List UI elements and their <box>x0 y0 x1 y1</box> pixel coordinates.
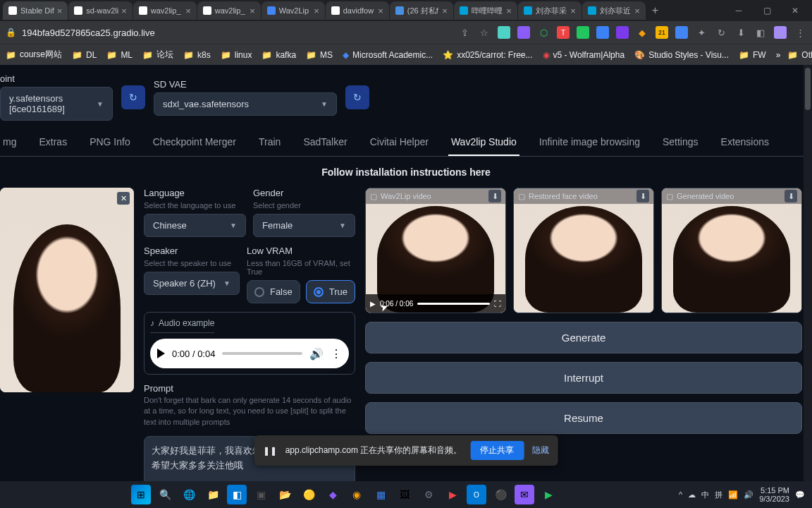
taskbar-app[interactable]: O <box>467 485 486 504</box>
taskbar-app[interactable]: 🌐 <box>179 485 199 504</box>
browser-tab[interactable]: wav2lip_× <box>197 1 261 20</box>
close-icon[interactable]: × <box>632 6 640 16</box>
tray-clock[interactable]: 5:15 PM 9/3/2023 <box>759 486 789 503</box>
resume-button[interactable]: Resume <box>365 402 802 434</box>
bookmark-item[interactable]: 📁FW <box>739 50 766 60</box>
extension-icon[interactable] <box>675 26 688 39</box>
browser-tab[interactable]: Wav2Lip× <box>262 1 325 20</box>
audio-player[interactable]: 0:00 / 0:04 🔊 ⋮ <box>150 339 349 368</box>
browser-tab[interactable]: wav2lip_× <box>133 1 197 20</box>
browser-tab[interactable]: (26 封私f× <box>390 1 453 20</box>
profile-icon[interactable]: L <box>774 26 787 39</box>
search-button[interactable]: 🔍 <box>155 485 175 504</box>
taskbar-app[interactable]: ◉ <box>347 485 367 504</box>
hide-share-button[interactable]: 隐藏 <box>532 445 549 456</box>
extension-icon[interactable]: ⬡ <box>537 26 550 39</box>
extension-icon[interactable]: ◆ <box>636 26 648 39</box>
extension-icon[interactable] <box>596 26 609 39</box>
bookmark-item[interactable]: ◉v5 - Wolfram|Alpha <box>543 50 625 60</box>
vae-select[interactable]: sdxl_vae.safetensors▼ <box>154 92 337 116</box>
tray-chevron-icon[interactable]: ^ <box>679 490 682 499</box>
source-image[interactable]: ✕ <box>0 188 134 392</box>
checkpoint-select[interactable]: y.safetensors [6ce0161689]▼ <box>0 87 113 121</box>
taskbar-app[interactable]: ▶ <box>443 485 462 504</box>
extension-icon[interactable] <box>498 26 510 39</box>
fullscreen-icon[interactable]: ⛶ <box>494 300 501 308</box>
browser-tab[interactable]: 刘亦菲采× <box>518 1 582 20</box>
close-icon[interactable]: × <box>311 6 319 16</box>
bookmark-item[interactable]: 📁linux <box>221 50 252 60</box>
tab-extras[interactable]: Extras <box>36 131 70 156</box>
extension-icon[interactable] <box>577 26 589 39</box>
download-icon[interactable]: ⬇ <box>734 26 747 39</box>
close-icon[interactable]: × <box>375 6 383 16</box>
tab-train[interactable]: Train <box>256 131 283 156</box>
tab-civitai[interactable]: Civitai Helper <box>367 131 431 156</box>
language-select[interactable]: Chinese▼ <box>144 214 246 237</box>
wav2lip-video[interactable]: ▢Wav2Lip video⬇ ▶0:06 / 0:06⛶ ➤ <box>365 188 506 313</box>
bookmark-item[interactable]: ◆Microsoft Academic... <box>343 50 433 60</box>
minimize-button[interactable]: ─ <box>725 0 753 21</box>
close-icon[interactable]: ✕ <box>117 192 130 205</box>
taskbar-app[interactable]: ▣ <box>251 485 271 504</box>
download-icon[interactable]: ⬇ <box>488 190 501 202</box>
taskbar-app[interactable]: ◆ <box>323 485 343 504</box>
bookmark-item[interactable]: 📁ML <box>106 50 133 60</box>
install-banner[interactable]: Follow installation instructions here <box>0 167 812 178</box>
history-icon[interactable]: ↻ <box>715 26 727 39</box>
interrupt-button[interactable]: Interrupt <box>365 362 802 394</box>
extension-icon[interactable] <box>517 26 530 39</box>
taskbar-app[interactable]: ▶ <box>539 485 558 504</box>
extension-badge[interactable]: 21 <box>656 26 668 39</box>
stop-share-button[interactable]: 停止共享 <box>470 441 524 460</box>
bookmark-item[interactable]: 📁course网站 <box>6 49 62 61</box>
taskbar-app[interactable]: ⚙ <box>419 485 438 504</box>
browser-tab[interactable]: 刘亦菲近× <box>582 1 646 20</box>
bookmark-item[interactable]: 📁论坛 <box>142 49 173 61</box>
scrollbar[interactable] <box>804 65 812 481</box>
extension-icon[interactable]: T <box>557 26 570 39</box>
tab-settings[interactable]: Settings <box>660 131 701 156</box>
taskbar-app[interactable]: ▦ <box>371 485 390 504</box>
taskbar-app[interactable]: ◧ <box>227 485 247 504</box>
audio-menu-icon[interactable]: ⋮ <box>331 347 342 361</box>
play-icon[interactable] <box>157 349 165 358</box>
browser-tab[interactable]: davidfow× <box>326 1 389 20</box>
extension-icon[interactable] <box>616 26 629 39</box>
close-icon[interactable]: × <box>567 6 576 16</box>
close-icon[interactable]: × <box>503 6 512 16</box>
tray-volume-icon[interactable]: 🔊 <box>744 490 753 500</box>
maximize-button[interactable]: ▢ <box>753 0 781 21</box>
audio-slider[interactable] <box>222 352 302 355</box>
tab-extensions[interactable]: Extensions <box>718 131 772 156</box>
tray-wifi-icon[interactable]: 📶 <box>728 490 738 500</box>
lock-icon[interactable]: 🔒 <box>6 28 16 37</box>
tab-sadtalker[interactable]: SadTalker <box>300 131 350 156</box>
url-text[interactable]: 194bfa9d527865ca25.gradio.live <box>22 28 155 38</box>
bookmark-item[interactable]: 🎨Studio Styles - Visu... <box>634 50 729 60</box>
share-icon[interactable]: ⇪ <box>458 26 471 39</box>
restored-video[interactable]: ▢Restored face video⬇ <box>513 188 654 313</box>
play-icon[interactable]: ▶ <box>370 300 376 308</box>
start-button[interactable]: ⊞ <box>131 485 151 504</box>
taskbar-chrome[interactable]: 🟡 <box>299 485 319 504</box>
bookmark-item[interactable]: 📁k8s <box>183 50 211 60</box>
gender-select[interactable]: Female▼ <box>253 214 355 237</box>
refresh-vae-button[interactable]: ↻ <box>345 85 369 109</box>
generated-video[interactable]: ▢Generated video⬇ <box>661 188 802 313</box>
other-bookmarks[interactable]: 📁Other bookmarks <box>787 50 812 60</box>
volume-icon[interactable]: 🔊 <box>309 347 324 361</box>
star-icon[interactable]: ☆ <box>478 26 491 39</box>
taskbar-app[interactable]: ⚫ <box>491 485 510 504</box>
extensions-icon[interactable]: ✦ <box>695 26 708 39</box>
browser-tab[interactable]: sd-wav2li× <box>68 1 132 20</box>
taskbar-app[interactable]: ✉ <box>515 485 534 504</box>
sidepanel-icon[interactable]: ◧ <box>754 26 767 39</box>
tab-wav2lip[interactable]: Wav2lip Studio <box>448 131 519 156</box>
close-window-button[interactable]: ✕ <box>781 0 809 21</box>
taskbar-app[interactable]: 📁 <box>203 485 223 504</box>
browser-tab[interactable]: 哔哩哔哩× <box>454 1 517 20</box>
tab-infinite-browsing[interactable]: Infinite image browsing <box>536 131 643 156</box>
tray-icon[interactable]: ☁ <box>688 490 696 500</box>
lowvram-false[interactable]: False <box>247 280 300 303</box>
